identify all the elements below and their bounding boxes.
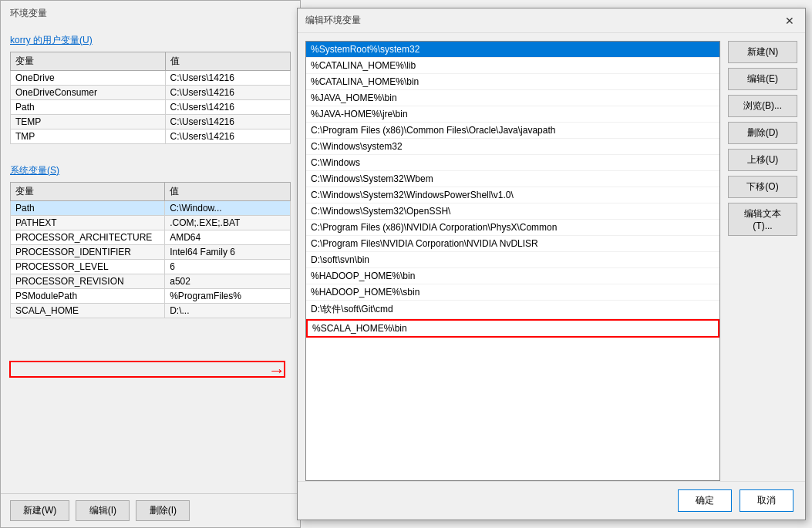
sys-var-value: 6 (165, 260, 291, 274)
user-table-row[interactable]: TMPC:\Users\14216 (11, 129, 291, 144)
user-table-row[interactable]: PathC:\Users\14216 (11, 100, 291, 115)
sys-var-name: PATHEXT (11, 216, 165, 230)
path-list-item[interactable]: D:\soft\svn\bin (306, 252, 719, 268)
path-list-item[interactable]: C:\Windows\System32\WindowsPowerShell\v1… (306, 187, 719, 203)
system-table-row[interactable]: PROCESSOR_LEVEL6 (11, 260, 291, 274)
user-var-value: C:\Users\14216 (165, 71, 290, 86)
ok-button[interactable]: 确定 (678, 489, 732, 512)
cancel-button[interactable]: 取消 (740, 489, 793, 512)
sys-var-value: C:\Window... (165, 201, 291, 216)
sys-var-value: AMD64 (165, 230, 291, 245)
side-btn-0[interactable]: 新建(N) (728, 41, 797, 63)
user-var-value: C:\Users\14216 (165, 115, 290, 129)
path-list-item[interactable]: C:\Windows\System32\OpenSSH\ (306, 203, 719, 220)
user-table-row[interactable]: TEMPC:\Users\14216 (11, 115, 291, 129)
delete-user-var-btn[interactable]: 删除(I) (136, 500, 190, 521)
side-btn-1[interactable]: 编辑(E) (728, 68, 797, 90)
dialog-titlebar: 编辑环境变量 ✕ (298, 8, 805, 33)
edit-user-var-btn[interactable]: 编辑(I) (76, 500, 130, 521)
sys-var-name: PROCESSOR_ARCHITECTURE (11, 230, 165, 245)
path-list-item[interactable]: %JAVA-HOME%\jre\bin (306, 106, 719, 123)
side-btn-4[interactable]: 上移(U) (728, 149, 797, 171)
path-list-item[interactable]: C:\Program Files (x86)\NVIDIA Corporatio… (306, 220, 719, 236)
dialog-footer: 确定 取消 (298, 481, 805, 520)
side-btn-5[interactable]: 下移(O) (728, 176, 797, 198)
path-list-item[interactable]: %SystemRoot%\system32 (306, 42, 719, 58)
sys-var-name: PROCESSOR_REVISION (11, 274, 165, 289)
bg-bottom-buttons: 新建(W) 编辑(I) 删除(I) (1, 493, 300, 527)
path-list-item[interactable]: C:\Windows\system32 (306, 139, 719, 155)
env-vars-window: 环境变量 korry 的用户变量(U) 变量 值 OneDriveC:\User… (0, 0, 301, 528)
sys-var-value: Intel64 Family 6 (165, 245, 291, 260)
user-vars-section: korry 的用户变量(U) 变量 值 OneDriveC:\Users\142… (1, 26, 300, 152)
path-list-item[interactable]: %SCALA_HOME%\bin (306, 319, 719, 338)
system-table-row[interactable]: SCALA_HOMED:\... (11, 304, 291, 318)
user-table-row[interactable]: OneDriveConsumerC:\Users\14216 (11, 86, 291, 100)
system-table-row[interactable]: PROCESSOR_ARCHITECTUREAMD64 (11, 230, 291, 245)
user-var-value: C:\Users\14216 (165, 86, 290, 100)
side-btn-3[interactable]: 删除(D) (728, 122, 797, 144)
sys-var-value: D:\... (165, 304, 291, 318)
path-list-item[interactable]: %HADOOP_HOME%\bin (306, 268, 719, 284)
user-var-name: TEMP (11, 115, 166, 129)
user-var-name: OneDriveConsumer (11, 86, 166, 100)
sys-col-var: 变量 (11, 183, 165, 201)
user-table-row[interactable]: OneDriveC:\Users\14216 (11, 71, 291, 86)
system-vars-table: 变量 值 PathC:\Window...PATHEXT.COM;.EXE;.B… (10, 182, 291, 318)
user-var-name: TMP (11, 129, 166, 144)
dialog-body: %SystemRoot%\system32%CATALINA_HOME%\lib… (298, 33, 805, 481)
user-var-name: Path (11, 100, 166, 115)
side-btn-6[interactable]: 编辑文本(T)... (728, 203, 797, 236)
system-table-row[interactable]: PROCESSOR_IDENTIFIERIntel64 Family 6 (11, 245, 291, 260)
sys-var-name: PSModulePath (11, 289, 165, 304)
path-list-item[interactable]: C:\Program Files (x86)\Common Files\Orac… (306, 123, 719, 139)
sys-var-name: Path (11, 201, 165, 216)
path-list-item[interactable]: C:\Windows (306, 155, 719, 171)
user-var-value: C:\Users\14216 (165, 100, 290, 115)
sys-var-name: PROCESSOR_IDENTIFIER (11, 245, 165, 260)
bg-window-title: 环境变量 (1, 1, 300, 26)
user-section-label[interactable]: korry 的用户变量(U) (10, 34, 291, 47)
sys-var-name: SCALA_HOME (11, 304, 165, 318)
sys-var-name: PROCESSOR_LEVEL (11, 260, 165, 274)
sys-var-value: .COM;.EXE;.BAT (165, 216, 291, 230)
system-section-label[interactable]: 系统变量(S) (10, 164, 291, 177)
path-list-item[interactable]: %HADOOP_HOME%\sbin (306, 284, 719, 301)
user-var-name: OneDrive (11, 71, 166, 86)
system-table-row[interactable]: PathC:\Window... (11, 201, 291, 216)
system-table-row[interactable]: PSModulePath%ProgramFiles% (11, 289, 291, 304)
path-list-item[interactable]: %CATALINA_HOME%\lib (306, 58, 719, 74)
path-list-item[interactable]: C:\Program Files\NVIDIA Corporation\NVID… (306, 236, 719, 252)
path-list-item[interactable]: D:\软件\soft\Git\cmd (306, 301, 719, 319)
system-vars-section: 系统变量(S) 变量 值 PathC:\Window...PATHEXT.COM… (1, 156, 300, 326)
user-col-val: 值 (165, 52, 290, 71)
system-table-row[interactable]: PATHEXT.COM;.EXE;.BAT (11, 216, 291, 230)
path-list-item[interactable]: C:\Windows\System32\Wbem (306, 171, 719, 187)
edit-env-var-dialog: 编辑环境变量 ✕ %SystemRoot%\system32%CATALINA_… (297, 8, 806, 520)
sys-col-val: 值 (165, 183, 291, 201)
path-list-item[interactable]: %JAVA_HOME%\bin (306, 90, 719, 106)
close-button[interactable]: ✕ (782, 13, 797, 29)
side-btn-2[interactable]: 浏览(B)... (728, 95, 797, 117)
new-user-var-btn[interactable]: 新建(W) (10, 500, 69, 521)
side-buttons-panel: 新建(N)编辑(E)浏览(B)...删除(D)上移(U)下移(O)编辑文本(T)… (728, 41, 797, 481)
sys-var-value: a502 (165, 274, 291, 289)
user-col-var: 变量 (11, 52, 166, 71)
path-list[interactable]: %SystemRoot%\system32%CATALINA_HOME%\lib… (305, 41, 720, 481)
user-vars-table: 变量 值 OneDriveC:\Users\14216OneDriveConsu… (10, 52, 291, 144)
dialog-title: 编辑环境变量 (305, 14, 361, 27)
user-var-value: C:\Users\14216 (165, 129, 290, 144)
sys-var-value: %ProgramFiles% (165, 289, 291, 304)
path-list-item[interactable]: %CATALINA_HOME%\bin (306, 74, 719, 90)
system-table-row[interactable]: PROCESSOR_REVISIONa502 (11, 274, 291, 289)
